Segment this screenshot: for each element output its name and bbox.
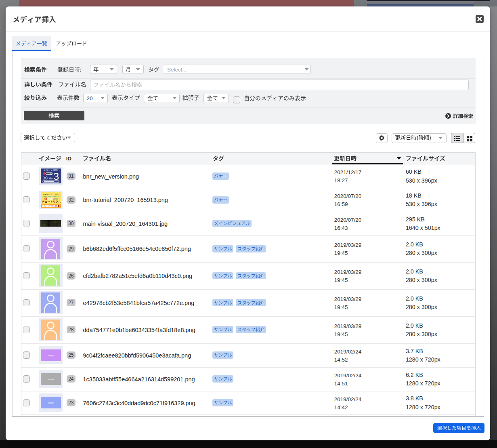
svg-text:a: a bbox=[45, 198, 46, 200]
svg-text:3: 3 bbox=[53, 171, 59, 182]
svg-text:Ver.: Ver. bbox=[49, 177, 54, 180]
svg-text:cms: cms bbox=[52, 197, 58, 200]
svg-text:sample: sample bbox=[48, 354, 54, 356]
svg-text:sample: sample bbox=[48, 402, 54, 404]
svg-text:blog: blog bbox=[47, 197, 53, 200]
svg-text:sample: sample bbox=[48, 378, 54, 380]
